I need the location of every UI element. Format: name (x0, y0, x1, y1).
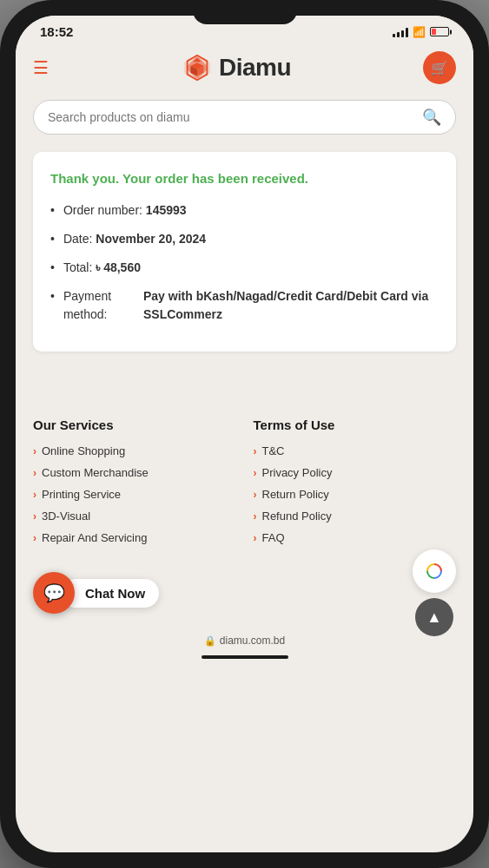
url-text: diamu.com.bd (220, 635, 285, 647)
search-container: 🔍 (16, 93, 473, 145)
screen-content[interactable]: ☰ Diamu 🛒 (16, 44, 473, 852)
footer-terms-label-4: FAQ (262, 531, 285, 544)
logo-text: Diamu (219, 54, 291, 82)
search-input[interactable] (48, 110, 415, 124)
search-icon[interactable]: 🔍 (422, 108, 441, 127)
order-number-value: 145993 (146, 201, 187, 220)
footer-terms-label-2: Return Policy (262, 488, 329, 501)
footer-service-item-2[interactable]: › Printing Service (33, 488, 236, 501)
footer-terms-item-3[interactable]: › Refund Policy (254, 510, 457, 523)
chat-widget-row: 💬 Chat Now ▲ (16, 558, 473, 628)
header: ☰ Diamu 🛒 (16, 44, 473, 93)
footer: Our Services › Online Shopping › Custom … (16, 400, 473, 558)
chevron-icon: › (33, 510, 36, 523)
order-number-label: Order number: (63, 201, 142, 220)
order-payment-row: Payment method: Pay with bKash/Nagad/Cre… (50, 287, 439, 324)
footer-terms-column: Terms of Use › T&C › Privacy Policy (254, 418, 457, 544)
order-card: Thank you. Your order has been received.… (33, 152, 456, 352)
battery-icon (430, 27, 449, 36)
chevron-icon: › (33, 532, 36, 544)
chevron-icon: › (254, 489, 257, 501)
footer-terms-label-3: Refund Policy (262, 510, 332, 523)
chevron-icon: › (254, 445, 257, 457)
chat-label[interactable]: Chat Now (61, 579, 159, 608)
order-date-value: November 20, 2024 (96, 230, 206, 248)
cart-button[interactable]: 🛒 (423, 51, 456, 84)
recaptcha-badge (413, 549, 456, 593)
footer-columns: Our Services › Online Shopping › Custom … (33, 418, 456, 544)
footer-terms-label-0: T&C (262, 444, 285, 457)
order-thanks-message: Thank you. Your order has been received. (50, 169, 439, 187)
url-bar: 🔒 diamu.com.bd (16, 628, 473, 650)
logo-icon (181, 51, 214, 84)
chevron-icon: › (33, 467, 36, 479)
order-details-list: Order number: 145993 Date: November 20, … (50, 201, 439, 324)
chevron-icon: › (33, 445, 36, 457)
status-time: 18:52 (40, 24, 73, 39)
footer-terms-item-1[interactable]: › Privacy Policy (254, 466, 457, 479)
footer-service-item-0[interactable]: › Online Shopping (33, 444, 236, 457)
footer-terms-item-0[interactable]: › T&C (254, 444, 457, 457)
footer-services-title: Our Services (33, 418, 236, 432)
lock-icon: 🔒 (204, 635, 216, 647)
chat-widget: 💬 Chat Now (33, 572, 159, 614)
footer-services-list: › Online Shopping › Custom Merchandise ›… (33, 444, 236, 544)
order-total-value: ৳ 48,560 (96, 259, 141, 277)
scroll-top-area: ▲ (413, 549, 456, 636)
chevron-icon: › (33, 489, 36, 501)
footer-service-label-3: 3D-Visual (42, 510, 90, 523)
home-indicator (202, 655, 288, 659)
status-icons: 📶 (393, 26, 449, 38)
chevron-icon: › (254, 532, 257, 544)
footer-terms-title: Terms of Use (254, 418, 457, 432)
order-total-row: Total: ৳ 48,560 (50, 259, 439, 277)
footer-service-label-1: Custom Merchandise (42, 466, 149, 479)
search-bar: 🔍 (33, 100, 456, 135)
hamburger-icon[interactable]: ☰ (33, 57, 49, 78)
order-total-label: Total: (63, 259, 92, 277)
footer-terms-list: › T&C › Privacy Policy › Return Policy (254, 444, 457, 544)
scroll-to-top-button[interactable]: ▲ (415, 598, 453, 636)
bottom-bar (16, 650, 473, 669)
order-date-row: Date: November 20, 2024 (50, 230, 439, 248)
chevron-icon: › (254, 467, 257, 479)
phone-screen: 18:52 📶 ☰ (16, 16, 473, 852)
footer-services-column: Our Services › Online Shopping › Custom … (33, 418, 236, 544)
order-date-label: Date: (63, 230, 92, 248)
order-number-row: Order number: 145993 (50, 201, 439, 220)
content-spacer (16, 365, 473, 400)
footer-terms-item-4[interactable]: › FAQ (254, 531, 457, 544)
footer-service-item-1[interactable]: › Custom Merchandise (33, 466, 236, 479)
logo-area: Diamu (61, 51, 411, 84)
footer-service-label-2: Printing Service (42, 488, 121, 501)
wifi-icon: 📶 (413, 26, 426, 38)
order-payment-label: Payment method: (63, 287, 140, 324)
footer-service-item-3[interactable]: › 3D-Visual (33, 510, 236, 523)
footer-terms-item-2[interactable]: › Return Policy (254, 488, 457, 501)
footer-service-label-4: Repair And Servicing (42, 531, 147, 544)
signal-bars-icon (393, 27, 408, 37)
chevron-icon: › (254, 510, 257, 523)
footer-terms-label-1: Privacy Policy (262, 466, 333, 479)
notch (193, 0, 297, 24)
recaptcha-icon (426, 562, 443, 580)
footer-service-item-4[interactable]: › Repair And Servicing (33, 531, 236, 544)
footer-service-label-0: Online Shopping (42, 444, 125, 457)
chat-bubble-button[interactable]: 💬 (33, 572, 75, 614)
phone-frame: 18:52 📶 ☰ (0, 0, 489, 868)
order-payment-value: Pay with bKash/Nagad/Credit Card/Debit C… (143, 287, 439, 324)
